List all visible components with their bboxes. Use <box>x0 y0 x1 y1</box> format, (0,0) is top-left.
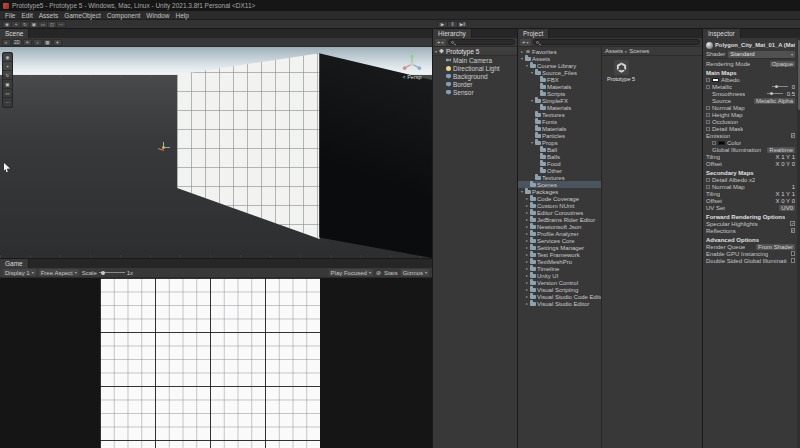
hierarchy-item[interactable]: Border <box>433 80 517 88</box>
project-tree-item[interactable]: Textures <box>518 174 601 181</box>
project-tree-item[interactable]: ▾ Assets <box>518 55 601 62</box>
gizmo-center[interactable] <box>162 146 166 150</box>
texture-slot-icon[interactable] <box>706 106 710 110</box>
project-tree-item[interactable]: ▸ Services Core <box>518 237 601 244</box>
material-property-row[interactable]: UV Set UV0 <box>706 204 795 211</box>
texture-slot-icon[interactable] <box>706 113 710 117</box>
scene-viewport[interactable]: ◉+↻▣▭⋯ <box>0 47 432 258</box>
project-tree-item[interactable]: Scenes <box>518 181 601 188</box>
project-tree-item[interactable]: ▸ Editor Coroutines <box>518 209 601 216</box>
expand-arrow-icon[interactable]: ▸ <box>525 273 529 278</box>
slider-track[interactable] <box>767 93 783 94</box>
project-tree-item[interactable]: Food <box>518 160 601 167</box>
material-property-row[interactable]: Source Metallic Alpha <box>706 97 795 104</box>
move-gizmo[interactable] <box>158 142 170 154</box>
project-tree-item[interactable]: ▸ TextMeshPro <box>518 258 601 265</box>
scale-slider[interactable] <box>99 272 125 273</box>
create-object-button[interactable]: +▾ <box>435 39 446 46</box>
expand-arrow-icon[interactable]: ▾ <box>520 56 524 61</box>
scene-tool-button[interactable]: ▣ <box>3 80 12 89</box>
scene-toolbar-button[interactable]: ▦ <box>43 39 52 46</box>
property-value[interactable]: Realtime <box>767 147 795 153</box>
expand-arrow-icon[interactable]: ▸ <box>525 203 529 208</box>
expand-arrow-icon[interactable]: ▸ <box>525 231 529 236</box>
material-property-row[interactable]: Main Maps <box>706 69 795 76</box>
material-property-row[interactable]: Color <box>706 139 795 146</box>
project-tree-item[interactable]: Particles <box>518 132 601 139</box>
expand-arrow-icon[interactable]: ▸ <box>525 217 529 222</box>
project-tree-item[interactable]: ▸ Custom NUnit <box>518 202 601 209</box>
tab-scene[interactable]: Scene <box>0 29 29 38</box>
material-property-row[interactable]: Advanced Options <box>706 236 795 243</box>
project-tree-item[interactable]: ▾ Course Library <box>518 62 601 69</box>
project-tree-item[interactable]: Materials <box>518 125 601 132</box>
expand-arrow-icon[interactable]: ▸ <box>525 224 529 229</box>
project-tree-item[interactable]: Scripts <box>518 90 601 97</box>
scene-toolbar-button[interactable]: 2D <box>12 39 22 46</box>
expand-arrow-icon[interactable]: ▾ <box>520 189 524 194</box>
breadcrumb-current[interactable]: Scenes <box>629 48 649 54</box>
hierarchy-item[interactable]: Sensor <box>433 88 517 96</box>
project-tree-item[interactable]: ▸ Profile Analyzer <box>518 230 601 237</box>
expand-arrow-icon[interactable]: ▸ <box>525 196 529 201</box>
menu-item[interactable]: Help <box>172 12 191 19</box>
material-property-row[interactable]: Normal Map 1 <box>706 183 795 190</box>
color-swatch[interactable] <box>712 78 719 82</box>
expand-arrow-icon[interactable]: ▸ <box>525 301 529 306</box>
material-property-row[interactable]: Detail Albedo x2 <box>706 176 795 183</box>
property-value[interactable]: 0.5 <box>787 91 795 97</box>
material-property-row[interactable]: Rendering Mode Opaque <box>706 60 795 67</box>
project-tree-item[interactable]: ▸ Version Control <box>518 279 601 286</box>
tab-project[interactable]: Project <box>518 29 549 38</box>
shader-dropdown[interactable]: Standard▾ <box>728 51 795 58</box>
expand-arrow-icon[interactable]: ▸ <box>525 245 529 250</box>
texture-slot-icon[interactable] <box>706 120 710 124</box>
project-tree-item[interactable]: ▸ Timeline <box>518 265 601 272</box>
expand-arrow-icon[interactable]: ▸ <box>520 49 524 54</box>
scene-tool-button[interactable]: ↻ <box>3 71 12 80</box>
texture-slot-icon[interactable] <box>706 178 710 182</box>
texture-slot-icon[interactable] <box>712 141 716 145</box>
scene-toolbar-button[interactable]: ☀ <box>23 39 32 46</box>
tool-button[interactable]: ⋯ <box>56 21 66 28</box>
hierarchy-item[interactable]: Background <box>433 72 517 80</box>
project-tree-item[interactable]: ▾ Packages <box>518 188 601 195</box>
project-tree-item[interactable]: FBX <box>518 76 601 83</box>
checkbox[interactable] <box>791 251 796 256</box>
material-property-row[interactable]: Reflections ✓ <box>706 227 795 234</box>
texture-slot-icon[interactable] <box>706 185 710 189</box>
project-tree-item[interactable]: ▸ Visual Studio Code Editor <box>518 293 601 300</box>
project-tree-item[interactable]: Materials <box>518 83 601 90</box>
material-property-row[interactable]: Specular Highlights ✓ <box>706 220 795 227</box>
scene-tool-button[interactable]: ◉ <box>3 53 12 62</box>
menu-item[interactable]: File <box>2 12 18 19</box>
expand-arrow-icon[interactable]: ▾ <box>530 140 534 145</box>
material-property-row[interactable]: Height Map <box>706 111 795 118</box>
texture-slot-icon[interactable] <box>706 85 710 89</box>
menu-item[interactable]: Edit <box>18 12 35 19</box>
hierarchy-item[interactable]: Directional Light <box>433 64 517 72</box>
scene-toolbar-button[interactable]: ▾ <box>53 39 62 46</box>
property-value[interactable]: 0 <box>792 84 795 90</box>
material-property-row[interactable]: Global Illumination Realtime <box>706 146 795 153</box>
project-tree-item[interactable]: Ball <box>518 146 601 153</box>
property-value[interactable]: X 0 Y 0 <box>776 161 795 167</box>
scene-tool-button[interactable]: ⋯ <box>3 98 12 107</box>
slider-track[interactable] <box>772 86 788 87</box>
project-tree-item[interactable]: ▾ Props <box>518 139 601 146</box>
hierarchy-search-input[interactable] <box>448 39 515 45</box>
play-focused-dropdown[interactable]: Play Focused▾ <box>329 269 373 276</box>
material-property-row[interactable]: Metallic 0 <box>706 83 795 90</box>
display-dropdown[interactable]: Display 1▾ <box>3 269 36 276</box>
property-value[interactable]: Opaque <box>770 61 795 67</box>
texture-slot-icon[interactable] <box>706 127 710 131</box>
material-property-row[interactable]: Enable GPU Instancing <box>706 250 795 257</box>
material-property-row[interactable]: Render Queue From Shader <box>706 243 795 250</box>
material-property-row[interactable]: Normal Map <box>706 104 795 111</box>
expand-arrow-icon[interactable]: ▾ <box>530 98 534 103</box>
project-tree-item[interactable]: ▸ Unity UI <box>518 272 601 279</box>
hierarchy-item[interactable]: Main Camera <box>433 56 517 64</box>
expand-arrow-icon[interactable]: ▸ <box>525 238 529 243</box>
asset-item-scene[interactable]: Prototype 5 <box>606 60 636 82</box>
checkbox[interactable]: ✓ <box>791 133 796 138</box>
